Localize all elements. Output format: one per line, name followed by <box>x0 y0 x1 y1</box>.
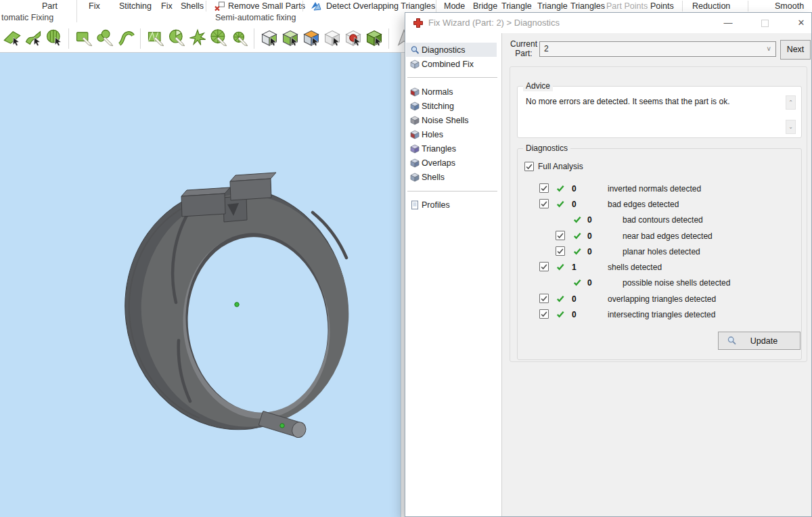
pie-icon[interactable] <box>209 28 228 49</box>
diagnostic-checkbox[interactable] <box>539 183 549 193</box>
ribbon-caption-reduction[interactable]: Reduction <box>692 1 730 12</box>
current-part-select[interactable]: 2 ˅ <box>539 41 776 57</box>
ribbon-caption-fix[interactable]: Fix <box>89 1 100 12</box>
sidebar-item-overlaps[interactable]: Overlaps <box>406 156 497 170</box>
status-check-icon <box>556 294 565 303</box>
ribbon-divider <box>302 1 303 12</box>
ribbon-caption-part[interactable]: Part <box>42 1 58 12</box>
pin-marker <box>280 424 284 428</box>
toolbar-divider <box>140 28 141 49</box>
toolbar-divider <box>254 28 254 49</box>
ribbon-caption-remove-small-parts[interactable]: Remove Small Parts <box>228 1 305 12</box>
diagnostic-count: 0 <box>587 247 592 256</box>
ribbon-caption-mode[interactable]: Mode <box>444 1 465 12</box>
edit-plane-icon[interactable] <box>74 28 93 49</box>
minimize-button[interactable]: — <box>717 13 740 33</box>
status-check-icon <box>556 184 565 193</box>
diagnostic-label: possible noise shells detected <box>623 278 730 288</box>
cube-open-icon[interactable] <box>281 28 300 49</box>
full-analysis-checkbox[interactable] <box>524 162 534 171</box>
ribbon-caption-triangle[interactable]: Triangle <box>537 1 568 12</box>
cube-combined-icon <box>410 60 420 69</box>
diagnostic-checkbox[interactable] <box>539 199 549 208</box>
ribbon-caption-shells[interactable]: Shells <box>181 1 204 12</box>
marked-triangles-icon[interactable] <box>146 28 165 49</box>
cube-orange-icon[interactable] <box>302 28 321 49</box>
origin-marker <box>235 302 239 307</box>
update-button-label: Update <box>750 336 777 346</box>
diagnostic-checkbox[interactable] <box>539 262 549 271</box>
cube-red-ball-icon[interactable] <box>344 28 363 49</box>
sidebar-item-holes[interactable]: Holes <box>406 127 497 141</box>
cube-ghost-icon[interactable] <box>323 28 342 49</box>
sidebar-item-noise-shells[interactable]: Noise Shells <box>406 113 497 127</box>
sidebar-item-shells[interactable]: Shells <box>406 170 497 184</box>
diagnostics-groupbox: Diagnostics Full Analysis 0inverted norm… <box>517 148 802 360</box>
ribbon-divider <box>682 1 683 12</box>
toolbar-divider <box>388 28 389 49</box>
3d-viewport[interactable] <box>0 53 401 517</box>
cube-white-icon[interactable] <box>260 28 279 49</box>
diagnostic-checkbox[interactable] <box>539 294 549 303</box>
cube-normals-icon <box>410 87 420 97</box>
diagnostic-count: 0 <box>572 310 577 319</box>
sidebar-item-combined-fix[interactable]: Combined Fix <box>406 57 497 71</box>
advice-text: No more errors are detected. It seems th… <box>526 97 774 106</box>
current-part-label: Current Part: <box>508 39 539 58</box>
detect-overlapping-icon[interactable] <box>310 0 322 12</box>
ribbon-caption-detect-overlapping-triangles[interactable]: Detect Overlapping Triangles <box>326 1 435 12</box>
ribbon-caption-points[interactable]: Points <box>650 1 674 12</box>
diagnostic-checkbox[interactable] <box>556 231 565 240</box>
ribbon-caption-bridge[interactable]: Bridge <box>473 1 497 12</box>
sidebar-item-triangles[interactable]: Triangles <box>406 141 497 156</box>
status-check-icon <box>556 310 565 319</box>
diagnostic-row: 0overlapping triangles detected <box>518 292 801 307</box>
ribbon-caption-fix[interactable]: Fix <box>161 1 173 12</box>
diagnostic-checkbox[interactable] <box>539 309 549 319</box>
close-button[interactable]: ✕ <box>790 13 812 33</box>
sidebar-item-label: Stitching <box>422 102 454 111</box>
next-button[interactable]: Next <box>780 40 811 60</box>
diagnostic-count: 0 <box>572 184 577 194</box>
ribbon-caption-triangles[interactable]: Triangles <box>570 1 605 12</box>
magnifier-icon <box>727 336 737 346</box>
diagnostic-checkbox[interactable] <box>556 246 565 256</box>
dialog-titlebar[interactable]: Fix Wizard (Part: 2) > Diagnostics — ✕ <box>405 13 811 33</box>
sidebar-item-profiles[interactable]: Profiles <box>406 198 497 212</box>
maximize-button[interactable] <box>753 13 776 33</box>
diagnostic-label: inverted normals detected <box>608 184 701 194</box>
ribbon-caption-stitching[interactable]: Stitching <box>119 1 152 12</box>
marked-pie-icon[interactable] <box>167 28 186 49</box>
advice-scroll-up-button[interactable]: ⌃ <box>786 95 796 110</box>
ribbon-caption-triangle[interactable]: Triangle <box>501 1 532 12</box>
status-check-icon <box>572 247 582 256</box>
sidebar-item-diagnostics[interactable]: Diagnostics <box>406 43 497 57</box>
sidebar-item-normals[interactable]: Normals <box>406 85 497 99</box>
diagnostic-row: 0planar holes detected <box>518 244 801 260</box>
diagnostic-label: bad edges detected <box>608 200 679 209</box>
diagnostic-row: 0intersecting triangles detected <box>518 307 801 323</box>
edit-curve-icon[interactable] <box>116 28 135 49</box>
ribbon-divider <box>206 1 206 12</box>
ribbon-caption-smooth[interactable]: Smooth <box>775 1 804 12</box>
cube-holes-icon <box>410 130 420 139</box>
select-shell-icon[interactable] <box>45 28 64 49</box>
magnifier-icon <box>410 45 420 55</box>
marked-star-icon[interactable] <box>188 28 207 49</box>
ribbon-divider <box>748 1 748 12</box>
advice-scroll-down-button[interactable]: ⌄ <box>786 120 796 134</box>
cube-shells-icon <box>410 173 420 182</box>
update-button[interactable]: Update <box>718 332 800 350</box>
diagnostic-label: overlapping triangles detected <box>608 294 716 304</box>
sidebar-item-label: Shells <box>422 173 445 182</box>
cube-solid-icon[interactable] <box>365 28 384 49</box>
select-surface-icon[interactable] <box>24 28 43 49</box>
sidebar-divider <box>407 191 497 192</box>
select-plane-icon[interactable] <box>3 28 22 49</box>
ribbon-caption-part-points[interactable]: Part Points <box>606 1 648 12</box>
pie-small-icon[interactable] <box>230 28 249 49</box>
remove-small-parts-icon[interactable] <box>214 0 226 12</box>
edit-blob-icon[interactable] <box>95 28 114 49</box>
toolbar-divider <box>68 28 69 49</box>
sidebar-item-stitching[interactable]: Stitching <box>406 99 497 113</box>
